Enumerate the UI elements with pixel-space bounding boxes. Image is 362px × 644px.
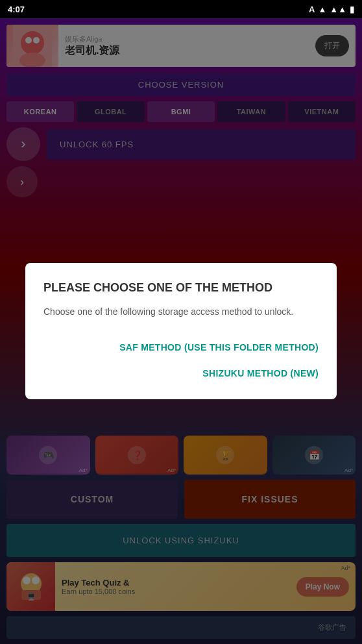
signal-icon: ▲▲ — [330, 5, 346, 14]
time-display: 4:07 — [8, 5, 25, 14]
status-bar: 4:07 A ▲ ▲▲ ▮ — [0, 0, 362, 18]
method-dialog: PLEASE CHOOSE ONE OF THE METHOD Choose o… — [25, 263, 337, 399]
dialog-body: Choose one of the following storage acce… — [43, 305, 319, 319]
battery-icon: ▮ — [350, 5, 354, 14]
saf-method-option[interactable]: SAF METHOD (USE THIS FOLDER METHOD) — [43, 334, 319, 360]
a-icon: A — [309, 5, 315, 14]
status-icons: A ▲ ▲▲ ▮ — [309, 5, 354, 14]
dialog-title: PLEASE CHOOSE ONE OF THE METHOD — [43, 281, 319, 295]
wifi-icon: ▲ — [318, 5, 326, 14]
shizuku-method-option[interactable]: SHIZUKU METHOD (NEW) — [43, 360, 319, 386]
dialog-overlay: PLEASE CHOOSE ONE OF THE METHOD Choose o… — [0, 18, 362, 644]
